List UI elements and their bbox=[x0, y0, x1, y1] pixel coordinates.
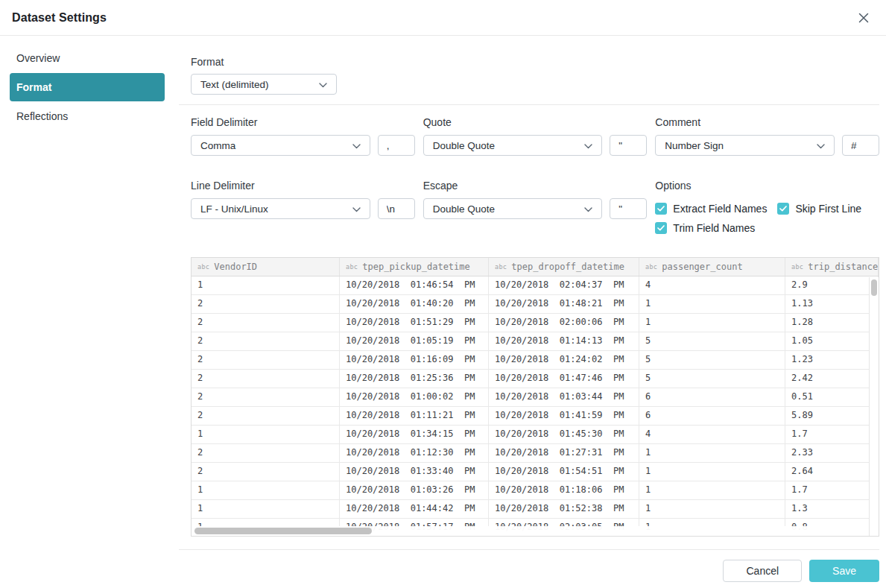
varchar-type-icon: abc bbox=[791, 263, 803, 271]
table-cell: 10/20/2018 01:24:02 PM bbox=[489, 351, 639, 369]
page-title: Dataset Settings bbox=[12, 11, 107, 25]
table-cell: 10/20/2018 02:04:37 PM bbox=[489, 276, 639, 294]
table-cell: 2.33 bbox=[785, 444, 879, 462]
column-header-trip_distance: abctrip_distance bbox=[785, 258, 879, 276]
horizontal-scrollbar-thumb[interactable] bbox=[194, 528, 372, 534]
options-checkboxes: Extract Field NamesSkip First LineTrim F… bbox=[655, 198, 879, 234]
escape-value: Double Quote bbox=[433, 203, 495, 215]
table-cell: 1 bbox=[639, 481, 785, 499]
table-cell: 6 bbox=[639, 407, 785, 425]
comment-group: Comment Number Sign bbox=[655, 116, 879, 156]
format-select[interactable]: Text (delimited) bbox=[191, 74, 337, 95]
checkmark-icon bbox=[777, 203, 789, 215]
escape-label: Escape bbox=[423, 180, 648, 192]
table-cell: 1 bbox=[639, 295, 785, 313]
table-cell: 10/20/2018 01:05:19 PM bbox=[340, 332, 489, 350]
sidebar-item-reflections[interactable]: Reflections bbox=[0, 104, 179, 128]
table-cell: 10/20/2018 01:33:40 PM bbox=[340, 463, 489, 481]
table-row: 210/20/2018 01:40:20 PM10/20/2018 01:48:… bbox=[192, 295, 879, 314]
table-cell: 10/20/2018 01:45:30 PM bbox=[489, 426, 639, 443]
vertical-scrollbar-thumb[interactable] bbox=[871, 279, 877, 296]
table-row: 210/20/2018 01:25:36 PM10/20/2018 01:47:… bbox=[192, 370, 879, 388]
quote-select[interactable]: Double Quote bbox=[423, 135, 603, 156]
table-cell: 10/20/2018 01:41:59 PM bbox=[489, 407, 639, 425]
sidebar-item-format[interactable]: Format bbox=[10, 73, 165, 101]
table-cell: 2 bbox=[192, 295, 340, 313]
quote-group: Quote Double Quote bbox=[423, 116, 648, 156]
escape-select[interactable]: Double Quote bbox=[423, 198, 603, 219]
table-cell: 2 bbox=[192, 407, 340, 425]
table-cell: 2 bbox=[192, 332, 340, 350]
column-name: trip_distance bbox=[808, 262, 878, 272]
field-delimiter-group: Field Delimiter Comma bbox=[191, 116, 415, 156]
table-cell: 10/20/2018 01:44:42 PM bbox=[340, 500, 489, 518]
close-icon bbox=[858, 12, 870, 24]
checkbox-trim-field-names[interactable]: Trim Field Names bbox=[655, 222, 755, 234]
table-cell: 10/20/2018 01:14:13 PM bbox=[489, 332, 639, 350]
table-row: 210/20/2018 01:00:02 PM10/20/2018 01:03:… bbox=[192, 388, 879, 407]
table-row: 210/20/2018 01:16:09 PM10/20/2018 01:24:… bbox=[192, 351, 879, 370]
checkmark-icon bbox=[655, 203, 667, 215]
line-delimiter-value: LF - Unix/Linux bbox=[200, 203, 268, 215]
sidebar-item-overview[interactable]: Overview bbox=[0, 46, 179, 70]
line-delimiter-select[interactable]: LF - Unix/Linux bbox=[191, 198, 370, 219]
quote-label: Quote bbox=[423, 116, 648, 128]
table-cell: 2.64 bbox=[785, 463, 879, 481]
horizontal-scrollbar[interactable] bbox=[192, 526, 868, 536]
table-cell: 5 bbox=[639, 332, 785, 350]
close-button[interactable] bbox=[855, 9, 873, 27]
line-delimiter-char-input[interactable] bbox=[378, 198, 415, 219]
table-cell: 5 bbox=[639, 351, 785, 369]
table-row: 210/20/2018 01:12:30 PM10/20/2018 01:27:… bbox=[192, 444, 879, 463]
table-cell: 2 bbox=[192, 314, 340, 332]
table-cell: 10/20/2018 02:00:06 PM bbox=[489, 314, 639, 332]
table-cell: 10/20/2018 01:34:15 PM bbox=[340, 426, 489, 443]
table-cell: 2 bbox=[192, 388, 340, 406]
chevron-down-icon bbox=[817, 140, 825, 151]
varchar-type-icon: abc bbox=[197, 263, 209, 271]
escape-char-input[interactable] bbox=[610, 198, 647, 219]
table-cell: 10/20/2018 01:27:31 PM bbox=[489, 444, 639, 462]
checkbox-label: Extract Field Names bbox=[673, 203, 767, 215]
table-cell: 1.7 bbox=[785, 426, 879, 443]
column-name: tpep_dropoff_datetime bbox=[511, 262, 624, 272]
quote-char-input[interactable] bbox=[610, 135, 647, 156]
dialog-header: Dataset Settings bbox=[0, 0, 886, 36]
footer-divider bbox=[179, 549, 879, 550]
checkbox-skip-first-line[interactable]: Skip First Line bbox=[777, 203, 861, 215]
table-cell: 2 bbox=[192, 351, 340, 369]
line-delimiter-label: Line Delimiter bbox=[191, 180, 415, 192]
comment-char-input[interactable] bbox=[842, 135, 879, 156]
checkbox-extract-field-names[interactable]: Extract Field Names bbox=[655, 203, 767, 215]
table-cell: 4 bbox=[639, 426, 785, 443]
cancel-button[interactable]: Cancel bbox=[723, 560, 802, 582]
comment-select[interactable]: Number Sign bbox=[655, 135, 835, 156]
table-cell: 2 bbox=[192, 444, 340, 462]
vertical-scrollbar[interactable] bbox=[869, 277, 879, 536]
table-cell: 1 bbox=[192, 481, 340, 499]
field-delimiter-select[interactable]: Comma bbox=[191, 135, 370, 156]
table-row: 210/20/2018 01:05:19 PM10/20/2018 01:14:… bbox=[192, 332, 879, 351]
table-row: 210/20/2018 01:33:40 PM10/20/2018 01:54:… bbox=[192, 463, 879, 481]
data-preview-table: abcVendorIDabctpep_pickup_datetimeabctpe… bbox=[191, 257, 879, 537]
varchar-type-icon: abc bbox=[346, 263, 358, 271]
save-button[interactable]: Save bbox=[809, 560, 879, 582]
varchar-type-icon: abc bbox=[495, 263, 507, 271]
table-cell: 1 bbox=[639, 444, 785, 462]
table-cell: 10/20/2018 01:54:51 PM bbox=[489, 463, 639, 481]
options-group: Options Extract Field NamesSkip First Li… bbox=[655, 180, 879, 234]
field-delimiter-char-input[interactable] bbox=[378, 135, 415, 156]
format-label: Format bbox=[191, 56, 879, 68]
table-cell: 10/20/2018 01:12:30 PM bbox=[340, 444, 489, 462]
column-name: tpep_pickup_datetime bbox=[362, 262, 470, 272]
table-cell: 1.23 bbox=[785, 351, 879, 369]
table-cell: 1.3 bbox=[785, 500, 879, 518]
table-cell: 1.05 bbox=[785, 332, 879, 350]
main-panel: Format Text (delimited) Field Delimiter … bbox=[179, 36, 886, 588]
escape-group: Escape Double Quote bbox=[423, 180, 648, 234]
table-row: 110/20/2018 01:46:54 PM10/20/2018 02:04:… bbox=[192, 276, 879, 295]
chevron-down-icon bbox=[352, 203, 361, 215]
table-cell: 10/20/2018 01:47:46 PM bbox=[489, 370, 639, 388]
table-cell: 1 bbox=[192, 276, 340, 294]
table-cell: 2 bbox=[192, 370, 340, 388]
